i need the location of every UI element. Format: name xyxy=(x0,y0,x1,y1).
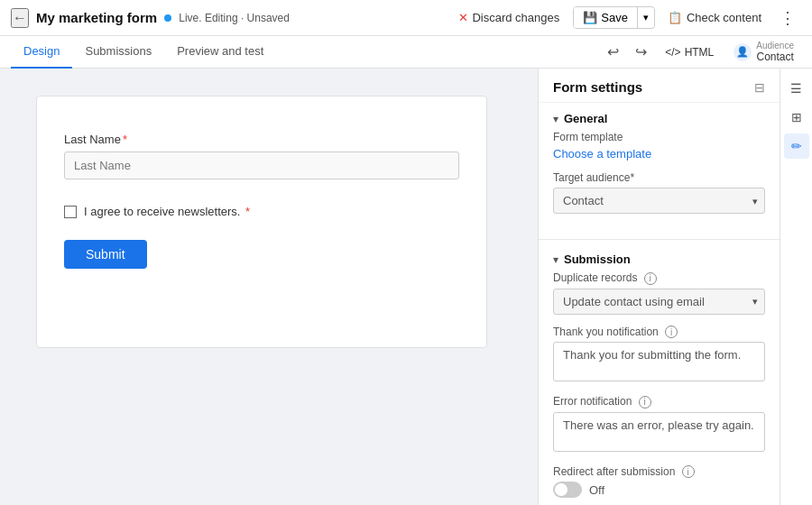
status-dot xyxy=(164,14,171,22)
submission-section-title: Submission xyxy=(564,252,631,266)
save-button-group: 💾 Save ▾ xyxy=(573,6,655,29)
form-canvas-area: Last Name* I agree to receive newsletter… xyxy=(0,69,538,505)
submission-chevron-icon: ▾ xyxy=(553,253,558,266)
newsletter-checkbox-row: I agree to receive newsletters. * xyxy=(64,205,459,218)
panel-header: Form settings ⊟ xyxy=(539,69,780,103)
divider-1 xyxy=(539,239,780,240)
toggle-knob xyxy=(555,483,567,496)
status-text: Live. Editing · Unsaved xyxy=(179,12,290,24)
undo-button[interactable]: ↩ xyxy=(602,40,624,64)
submission-section-header[interactable]: ▾ Submission xyxy=(539,243,780,271)
save-icon: 💾 xyxy=(583,11,597,24)
error-label: Error notification i xyxy=(553,395,765,409)
save-button[interactable]: 💾 Save xyxy=(574,7,638,28)
more-options-button[interactable]: ⋮ xyxy=(774,5,801,32)
redirect-toggle-row: Off xyxy=(553,482,765,498)
form-settings-panel: Form settings ⊟ ▾ General Form template … xyxy=(538,69,780,505)
tab-submissions[interactable]: Submissions xyxy=(72,36,164,69)
page-title: My marketing form xyxy=(36,10,157,25)
newsletter-label: I agree to receive newsletters. * xyxy=(84,205,250,218)
last-name-label: Last Name* xyxy=(64,133,459,146)
required-star: * xyxy=(123,133,127,146)
choose-template-link[interactable]: Choose a template xyxy=(553,147,651,161)
duplicate-records-group: Duplicate records i Update contact using… xyxy=(553,271,765,315)
target-audience-select[interactable]: Contact xyxy=(553,188,765,214)
panel-title: Form settings xyxy=(553,79,642,95)
target-audience-label: Target audience* xyxy=(553,171,765,184)
duplicate-records-info-icon: i xyxy=(644,272,657,285)
side-icon-3-active[interactable]: ✏ xyxy=(784,133,809,159)
topbar: ← My marketing form Live. Editing · Unsa… xyxy=(0,0,812,36)
form-canvas: Last Name* I agree to receive newsletter… xyxy=(36,96,487,348)
redirect-after-submission-group: Redirect after submission i Off xyxy=(553,465,765,499)
main-layout: Last Name* I agree to receive newsletter… xyxy=(0,69,812,505)
last-name-field-group: Last Name* xyxy=(64,133,459,194)
redirect-label: Redirect after submission i xyxy=(553,465,765,479)
error-notification-group: Error notification i There was an error,… xyxy=(553,395,765,454)
nav-actions: ↩ ↪ </> HTML 👤 Audience Contact xyxy=(602,37,801,67)
redirect-toggle[interactable] xyxy=(553,482,582,498)
submission-section-body: Duplicate records i Update contact using… xyxy=(539,271,780,505)
last-name-input[interactable] xyxy=(64,152,459,179)
save-dropdown-button[interactable]: ▾ xyxy=(638,8,654,27)
checkbox-required-star: * xyxy=(245,205,250,218)
audience-info: Audience Contact xyxy=(756,41,794,63)
audience-icon: 👤 xyxy=(734,43,752,61)
target-audience-group: Target audience* Contact ▾ xyxy=(553,171,765,214)
thankyou-label: Thank you notification i xyxy=(553,326,765,339)
redirect-info-icon: i xyxy=(682,465,695,478)
topbar-left: ← My marketing form Live. Editing · Unsa… xyxy=(11,8,439,28)
general-section-body: Form template Choose a template Target a… xyxy=(539,131,780,235)
newsletter-checkbox[interactable] xyxy=(64,206,77,218)
duplicate-records-select[interactable]: Update contact using email xyxy=(553,289,765,315)
form-template-group: Form template Choose a template xyxy=(553,131,765,161)
check-content-button[interactable]: 📋 Check content xyxy=(659,7,770,28)
html-button[interactable]: </> HTML xyxy=(658,42,721,62)
check-content-icon: 📋 xyxy=(668,11,682,24)
thankyou-textarea[interactable]: Thank you for submitting the form. xyxy=(553,342,765,381)
topbar-right: ✕ Discard changes 💾 Save ▾ 📋 Check conte… xyxy=(448,5,801,32)
side-icon-1[interactable]: ☰ xyxy=(784,76,809,101)
general-section-header[interactable]: ▾ General xyxy=(539,103,780,131)
discard-changes-button[interactable]: ✕ Discard changes xyxy=(448,6,569,29)
error-info-icon: i xyxy=(639,396,651,409)
secondary-nav: Design Submissions Preview and test ↩ ↪ … xyxy=(0,36,812,69)
error-textarea[interactable]: There was an error, please try again. xyxy=(553,412,765,452)
redo-button[interactable]: ↪ xyxy=(630,40,652,64)
discard-icon: ✕ xyxy=(458,11,468,24)
side-icon-2[interactable]: ⊞ xyxy=(784,105,809,130)
general-chevron-icon: ▾ xyxy=(553,113,558,125)
html-icon: </> xyxy=(665,46,680,59)
back-button[interactable]: ← xyxy=(11,8,29,28)
tab-preview-and-test[interactable]: Preview and test xyxy=(164,36,276,69)
thankyou-notification-group: Thank you notification i Thank you for s… xyxy=(553,326,765,385)
duplicate-records-select-wrapper: Update contact using email ▾ xyxy=(553,289,765,315)
thankyou-info-icon: i xyxy=(665,326,678,338)
audience-button[interactable]: 👤 Audience Contact xyxy=(726,37,801,67)
duplicate-records-label: Duplicate records i xyxy=(553,271,765,285)
form-template-label: Form template xyxy=(553,131,765,143)
redirect-toggle-label: Off xyxy=(589,483,604,497)
tab-design[interactable]: Design xyxy=(11,36,72,69)
panel-pin-icon[interactable]: ⊟ xyxy=(754,80,765,95)
side-icon-panel: ☰ ⊞ ✏ xyxy=(780,69,812,505)
general-section-title: General xyxy=(564,112,607,125)
target-audience-select-wrapper: Contact ▾ xyxy=(553,188,765,214)
submit-button[interactable]: Submit xyxy=(64,240,147,269)
